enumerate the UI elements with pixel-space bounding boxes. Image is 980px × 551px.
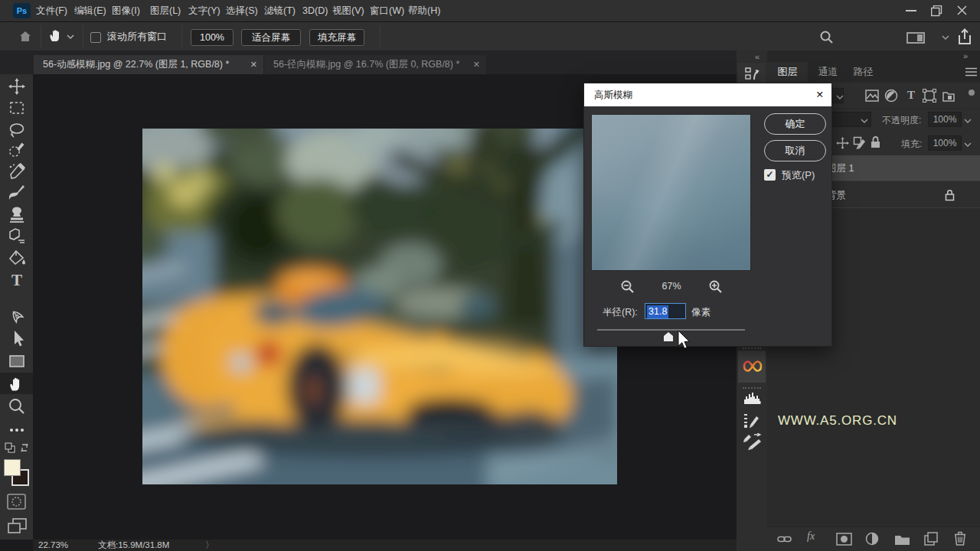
- svg-text:T: T: [11, 271, 22, 289]
